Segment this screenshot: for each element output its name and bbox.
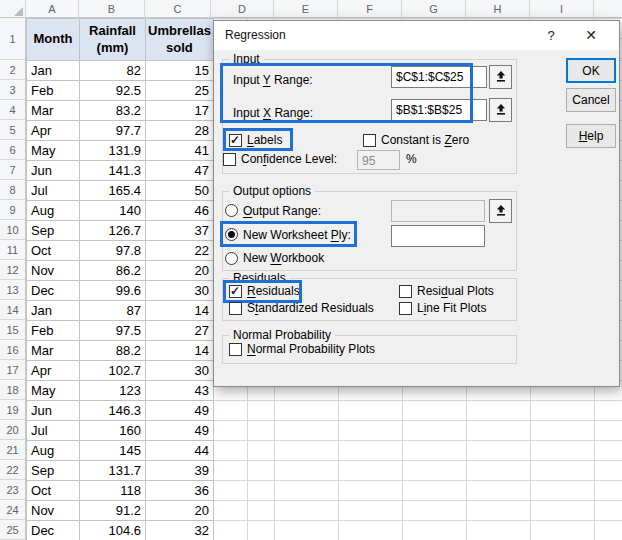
row-header[interactable]: 14	[0, 300, 25, 320]
cell-month[interactable]: Aug	[27, 441, 80, 461]
cell-rainfall[interactable]: 131.9	[80, 141, 146, 161]
row-header[interactable]: 18	[0, 380, 25, 400]
standardized-residuals-checkbox[interactable]	[229, 302, 242, 315]
line-fit-plots-label[interactable]: Line Fit Plots	[417, 301, 486, 315]
cell-month[interactable]: Apr	[27, 361, 80, 381]
cell-rainfall[interactable]: 165.4	[80, 181, 146, 201]
cell-umbrellas[interactable]: 37	[146, 221, 214, 241]
cell-umbrellas[interactable]: 27	[146, 321, 214, 341]
cell-rainfall[interactable]: 87	[80, 301, 146, 321]
cancel-button[interactable]: Cancel	[566, 88, 616, 112]
cell-rainfall[interactable]: 131.7	[80, 461, 146, 481]
column-header-a[interactable]: A	[26, 0, 79, 18]
column-header-partial[interactable]	[594, 0, 622, 18]
cell-umbrellas[interactable]: 14	[146, 301, 214, 321]
column-header-g[interactable]: G	[402, 0, 466, 18]
column-header-h[interactable]: H	[466, 0, 530, 18]
constant-is-zero-checkbox[interactable]	[363, 134, 376, 147]
cell-month[interactable]: Jun	[27, 161, 80, 181]
cell-rainfall[interactable]: 123	[80, 381, 146, 401]
row-header[interactable]: 25	[0, 520, 25, 540]
cell-umbrellas[interactable]: 36	[146, 481, 214, 501]
input-y-range-field[interactable]: $C$1:$C$25	[391, 66, 487, 88]
cell-month[interactable]: Jan	[27, 301, 80, 321]
column-header-c[interactable]: C	[145, 0, 211, 18]
cell-month[interactable]: Dec	[27, 521, 80, 540]
cell-umbrellas[interactable]: 22	[146, 241, 214, 261]
column-header-e[interactable]: E	[274, 0, 338, 18]
input-x-range-field[interactable]: $B$1:$B$25	[391, 99, 487, 121]
help-button[interactable]: Help	[566, 124, 616, 148]
column-header-d[interactable]: D	[211, 0, 274, 18]
cell-rainfall[interactable]: 82	[80, 61, 146, 81]
cell-umbrellas[interactable]: 15	[146, 61, 214, 81]
cell-umbrellas[interactable]: 32	[146, 521, 214, 540]
cell-umbrellas-header[interactable]: Umbrellas sold	[146, 19, 214, 61]
cell-month[interactable]: Nov	[27, 261, 80, 281]
cell-month[interactable]: Jun	[27, 401, 80, 421]
select-all-corner[interactable]	[0, 0, 26, 18]
new-worksheet-ply-radio[interactable]	[225, 228, 238, 241]
output-range-label[interactable]: Output Range:	[243, 204, 321, 218]
ok-button[interactable]: OK	[566, 58, 616, 83]
cell-month[interactable]: Sep	[27, 221, 80, 241]
cell-month[interactable]: Aug	[27, 201, 80, 221]
cell-umbrellas[interactable]: 43	[146, 381, 214, 401]
cell-umbrellas[interactable]: 49	[146, 401, 214, 421]
cell-umbrellas[interactable]: 50	[146, 181, 214, 201]
cell-month[interactable]: Sep	[27, 461, 80, 481]
cell-rainfall[interactable]: 146.3	[80, 401, 146, 421]
cell-rainfall[interactable]: 97.5	[80, 321, 146, 341]
cell-umbrellas[interactable]: 25	[146, 81, 214, 101]
row-header[interactable]: 13	[0, 280, 25, 300]
row-header[interactable]: 4	[0, 100, 25, 120]
cell-umbrellas[interactable]: 17	[146, 101, 214, 121]
cell-rainfall[interactable]: 102.7	[80, 361, 146, 381]
row-header[interactable]: 3	[0, 80, 25, 100]
cell-month[interactable]: Dec	[27, 281, 80, 301]
cell-umbrellas[interactable]: 46	[146, 201, 214, 221]
new-workbook-radio[interactable]	[225, 252, 238, 265]
row-header[interactable]: 12	[0, 260, 25, 280]
normal-probability-plots-checkbox[interactable]	[229, 343, 242, 356]
new-worksheet-ply-field[interactable]	[391, 225, 485, 247]
cell-rainfall[interactable]: 118	[80, 481, 146, 501]
cell-rainfall[interactable]: 91.2	[80, 501, 146, 521]
cell-umbrellas[interactable]: 41	[146, 141, 214, 161]
labels-checkbox-label[interactable]: Labels	[247, 133, 282, 147]
cell-rainfall[interactable]: 92.5	[80, 81, 146, 101]
row-header[interactable]: 15	[0, 320, 25, 340]
normal-probability-plots-label[interactable]: Normal Probability Plots	[247, 342, 375, 356]
cell-rainfall[interactable]: 97.8	[80, 241, 146, 261]
cell-umbrellas[interactable]: 30	[146, 361, 214, 381]
cell-month[interactable]: Oct	[27, 481, 80, 501]
residuals-checkbox[interactable]	[229, 285, 242, 298]
new-workbook-label[interactable]: New Workbook	[243, 251, 324, 265]
row-header[interactable]: 16	[0, 340, 25, 360]
row-header[interactable]: 22	[0, 460, 25, 480]
row-header[interactable]: 10	[0, 220, 25, 240]
row-header[interactable]: 5	[0, 120, 25, 140]
row-header[interactable]: 6	[0, 140, 25, 160]
confidence-level-label[interactable]: Confidence Level:	[241, 152, 337, 166]
line-fit-plots-checkbox[interactable]	[399, 302, 412, 315]
cell-umbrellas[interactable]: 20	[146, 501, 214, 521]
labels-checkbox[interactable]	[229, 134, 242, 147]
cell-umbrellas[interactable]: 20	[146, 261, 214, 281]
cell-umbrellas[interactable]: 47	[146, 161, 214, 181]
cell-umbrellas[interactable]: 44	[146, 441, 214, 461]
cell-month[interactable]: May	[27, 381, 80, 401]
output-range-field[interactable]	[391, 200, 485, 222]
cell-umbrellas[interactable]: 30	[146, 281, 214, 301]
row-header[interactable]: 20	[0, 420, 25, 440]
cell-month[interactable]: Feb	[27, 81, 80, 101]
residual-plots-label[interactable]: Residual Plots	[417, 284, 494, 298]
confidence-level-checkbox[interactable]	[223, 153, 236, 166]
cell-rainfall[interactable]: 145	[80, 441, 146, 461]
cell-rainfall[interactable]: 83.2	[80, 101, 146, 121]
confidence-level-field[interactable]: 95	[357, 150, 400, 170]
row-header[interactable]: 17	[0, 360, 25, 380]
standardized-residuals-label[interactable]: Standardized Residuals	[247, 301, 374, 315]
cell-month[interactable]: Apr	[27, 121, 80, 141]
cell-rainfall[interactable]: 140	[80, 201, 146, 221]
